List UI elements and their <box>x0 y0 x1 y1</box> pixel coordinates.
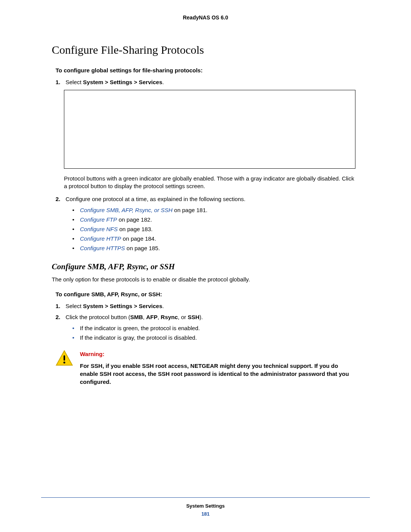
warning-icon <box>56 350 73 386</box>
step-2: 2. Configure one protocol at a time, as … <box>56 196 370 202</box>
link-tail: on page 181. <box>172 207 207 213</box>
xref-link[interactable]: Configure HTTPS <box>80 245 125 251</box>
b: SSH <box>188 314 199 320</box>
screenshot-placeholder <box>64 90 355 169</box>
sub-intro: The only option for these protocols is t… <box>52 276 370 283</box>
page-number: 181 <box>41 511 370 517</box>
step-number: 2. <box>56 196 64 202</box>
intro-label: To configure global settings for file-sh… <box>56 67 370 73</box>
sub-step-2: 2. Click the protocol button (SMB, AFP, … <box>56 314 370 320</box>
sub-bullets: If the indicator is green, the protocol … <box>72 325 370 341</box>
t: Click the protocol button ( <box>65 314 130 320</box>
list-item: Configure HTTP on page 184. <box>72 235 370 242</box>
xref-link[interactable]: Configure HTTP <box>80 235 121 242</box>
xref-link[interactable]: Configure NFS <box>80 226 118 232</box>
page-title: Configure File-Sharing Protocols <box>52 43 370 56</box>
step-number: 2. <box>56 314 64 320</box>
t: , or <box>178 314 188 320</box>
document-page: ReadyNAS OS 6.0 Configure File-Sharing P… <box>0 0 411 532</box>
step-text-post: . <box>162 303 164 309</box>
svg-rect-1 <box>64 355 65 361</box>
t: , <box>143 314 146 320</box>
step-text-bold: System > Settings > Services <box>83 79 162 85</box>
xref-link[interactable]: Configure SMB, AFP, Rsync, or SSH <box>80 207 172 213</box>
link-tail: on page 183. <box>118 226 153 232</box>
step-text-pre: Select <box>65 303 83 309</box>
warning-text: Warning: For SSH, if you enable SSH root… <box>80 350 355 386</box>
list-item: Configure NFS on page 183. <box>72 226 370 232</box>
link-tail: on page 185. <box>125 245 160 251</box>
b: Rsync <box>161 314 178 320</box>
step-number: 1. <box>56 303 64 309</box>
step-text-bold: System > Settings > Services <box>83 303 162 309</box>
sub-intro-bold: To configure SMB, AFP, Rsync, or SSH: <box>56 291 370 297</box>
link-tail: on page 184. <box>121 235 156 242</box>
footer-section: System Settings <box>41 503 370 509</box>
links-list: Configure SMB, AFP, Rsync, or SSH on pag… <box>72 207 370 251</box>
warning-block: Warning: For SSH, if you enable SSH root… <box>56 350 355 386</box>
b: SMB <box>130 314 143 320</box>
svg-point-2 <box>64 361 65 363</box>
xref-link[interactable]: Configure FTP <box>80 216 117 223</box>
step-text-post: . <box>162 79 164 85</box>
sub-step-1: 1. Select System > Settings > Services. <box>56 303 370 309</box>
list-item: If the indicator is green, the protocol … <box>72 325 370 331</box>
page-footer: System Settings 181 <box>41 497 370 517</box>
list-item: Configure HTTPS on page 185. <box>72 245 370 251</box>
header-product: ReadyNAS OS 6.0 <box>41 14 370 21</box>
b: AFP <box>146 314 158 320</box>
step-number: 1. <box>56 79 64 85</box>
after-image-text: Protocol buttons with a green indicator … <box>64 175 355 190</box>
step-text: Configure one protocol at a time, as exp… <box>65 196 245 202</box>
warning-label: Warning: <box>80 350 355 358</box>
list-item: Configure SMB, AFP, Rsync, or SSH on pag… <box>72 207 370 213</box>
t: ). <box>199 314 203 320</box>
step-text-pre: Select <box>65 79 83 85</box>
step-1: 1. Select System > Settings > Services. <box>56 79 370 85</box>
link-tail: on page 182. <box>117 216 152 223</box>
sub-heading: Configure SMB, AFP, Rsync, or SSH <box>52 262 370 272</box>
list-item: If the indicator is gray, the protocol i… <box>72 334 370 341</box>
warning-body: For SSH, if you enable SSH root access, … <box>80 363 349 385</box>
list-item: Configure FTP on page 182. <box>72 216 370 223</box>
